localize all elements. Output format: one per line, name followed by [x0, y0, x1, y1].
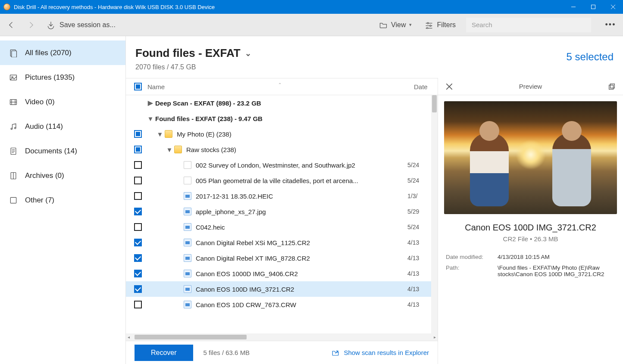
file-date: 5/24 [407, 177, 431, 184]
more-button[interactable]: ••• [603, 20, 618, 29]
results-title[interactable]: Found files - EXFAT ⌄ [135, 47, 567, 60]
sliders-icon [425, 21, 433, 29]
file-date: 4/13 [407, 301, 431, 308]
checkbox[interactable] [134, 146, 142, 153]
image-file-icon [184, 223, 191, 231]
file-row[interactable]: apple_iphone_xs_27.jpg5/29 [126, 204, 431, 219]
file-row[interactable]: Canon Digital Rebel XT IMG_8728.CR24/13 [126, 250, 431, 266]
file-date: 4/13 [407, 270, 431, 277]
column-name[interactable]: ⌃ Name [146, 83, 414, 90]
file-date: 5/24 [407, 162, 431, 168]
window-titlebar: Disk Drill - All recovery methods - Hard… [0, 0, 623, 14]
recover-button[interactable]: Recover [135, 345, 193, 361]
svg-rect-1 [592, 5, 595, 9]
collapse-icon[interactable]: ▼ [155, 131, 165, 138]
sidebar-item-label: Video (0) [25, 98, 55, 106]
file-row[interactable]: Canon EOS 1000D IMG_9406.CR24/13 [126, 266, 431, 281]
file-name: Canon EOS 100D IMG_3721.CR2 [196, 286, 407, 293]
file-row[interactable]: C042.heic5/24 [126, 219, 431, 235]
sidebar-item-documents[interactable]: Documents (14) [0, 139, 125, 163]
documents-icon [9, 146, 18, 156]
selected-count[interactable]: 5 selected [567, 51, 614, 63]
file-row[interactable]: 005 Plan geometral de la ville citadelle… [126, 173, 431, 188]
archives-icon [9, 171, 18, 180]
file-row[interactable]: Canon EOS 100D IMG_3721.CR24/13 [126, 281, 431, 297]
maximize-button[interactable] [583, 0, 603, 14]
results-subtitle: 2070 files / 47.5 GB [135, 63, 567, 71]
svg-point-18 [11, 128, 12, 129]
sidebar-item-label: Pictures (1935) [25, 73, 75, 82]
group-found-files[interactable]: ▼ Found files - EXFAT (238) - 9.47 GB [126, 111, 431, 126]
sidebar-item-other[interactable]: Other (7) [0, 188, 125, 212]
preview-meta: CR2 File • 26.3 MB [438, 235, 623, 243]
save-session-button[interactable]: Save session as... [47, 21, 116, 29]
preview-path-value: \Found files - EXFAT\My Photo (E)\Raw st… [498, 264, 615, 277]
chevron-down-icon: ⌄ [245, 49, 251, 58]
checkbox[interactable] [134, 270, 142, 277]
checkbox[interactable] [134, 239, 142, 246]
file-name: Canon EOS 1000D IMG_9406.CR2 [196, 270, 407, 277]
vertical-scrollbar[interactable] [431, 95, 438, 333]
video-icon [9, 97, 18, 107]
view-button[interactable]: View ▾ [376, 19, 414, 31]
sidebar-item-archives[interactable]: Archives (0) [0, 163, 125, 188]
folder-icon [379, 21, 388, 29]
select-all-checkbox[interactable] [134, 83, 142, 90]
file-name: Canon Digital Rebel XT IMG_8728.CR2 [196, 255, 407, 262]
checkbox[interactable] [134, 192, 142, 200]
file-row[interactable]: Canon Digital Rebel XSi MG_1125.CR24/13 [126, 235, 431, 250]
image-file-icon [184, 208, 191, 215]
preview-image[interactable] [444, 101, 617, 214]
checkbox[interactable] [134, 161, 142, 169]
close-button[interactable] [603, 0, 623, 14]
collapse-icon[interactable]: ▼ [165, 146, 174, 153]
folder-icon [165, 130, 172, 138]
checkbox[interactable] [134, 285, 142, 293]
file-row[interactable]: Canon EOS 10D CRW_7673.CRW4/13 [126, 297, 431, 312]
expand-icon[interactable]: ▶ [146, 99, 155, 107]
file-name: Canon Digital Rebel XSi MG_1125.CR2 [196, 239, 407, 246]
file-row[interactable]: 2017-12-31 18.35.02.HEIC1/3/ [126, 188, 431, 204]
audio-icon [9, 122, 18, 131]
show-in-explorer-link[interactable]: Show scan results in Explorer [332, 349, 429, 356]
file-name: 005 Plan geometral de la ville citadelle… [196, 177, 407, 184]
chevron-down-icon: ▾ [409, 22, 412, 28]
image-file-icon [184, 270, 191, 277]
forward-button[interactable] [25, 19, 37, 31]
folder-raw-stocks[interactable]: ▼ Raw stocks (238) [126, 142, 431, 157]
checkbox[interactable] [134, 254, 142, 262]
image-file-icon [184, 254, 191, 262]
folder-my-photo[interactable]: ▼ My Photo (E) (238) [126, 126, 431, 142]
file-date: 4/13 [407, 286, 431, 292]
close-preview-button[interactable] [444, 84, 454, 90]
preview-pane: Preview Canon EOS 100D IMG_3721.CR2 CR2 … [438, 78, 623, 364]
file-name: 002 Survey of London, Westminster, and S… [196, 162, 407, 169]
column-headers: ⌃ Name Date [126, 78, 438, 95]
search-input[interactable]: Search [466, 18, 591, 32]
collapse-icon[interactable]: ▼ [146, 115, 155, 122]
sidebar-item-pictures[interactable]: Pictures (1935) [0, 65, 125, 90]
results-title-text: Found files - EXFAT [135, 47, 241, 60]
filters-button[interactable]: Filters [422, 19, 458, 31]
horizontal-scrollbar[interactable]: ◂ ▸ [126, 333, 438, 341]
checkbox[interactable] [134, 130, 142, 138]
checkbox[interactable] [134, 223, 142, 231]
checkbox[interactable] [134, 208, 142, 215]
footer: Recover 5 files / 63.6 MB Show scan resu… [126, 341, 438, 364]
app-icon [3, 3, 10, 10]
file-name: Canon EOS 10D CRW_7673.CRW [196, 301, 407, 308]
file-row[interactable]: 002 Survey of London, Westminster, and S… [126, 157, 431, 173]
group-deep-scan[interactable]: ▶ Deep Scan - EXFAT (898) - 23.2 GB [126, 95, 431, 111]
minimize-button[interactable] [564, 0, 583, 14]
sidebar: All files (2070) Pictures (1935) Video (… [0, 36, 126, 364]
file-name: apple_iphone_xs_27.jpg [196, 208, 407, 215]
back-button[interactable] [5, 19, 17, 31]
popout-preview-button[interactable] [607, 84, 617, 90]
sort-indicator-icon: ⌃ [278, 82, 282, 87]
checkbox[interactable] [134, 301, 142, 308]
column-date[interactable]: Date [414, 83, 438, 90]
sidebar-item-all-files[interactable]: All files (2070) [0, 40, 125, 65]
checkbox[interactable] [134, 177, 142, 184]
sidebar-item-video[interactable]: Video (0) [0, 90, 125, 114]
sidebar-item-audio[interactable]: Audio (114) [0, 114, 125, 139]
